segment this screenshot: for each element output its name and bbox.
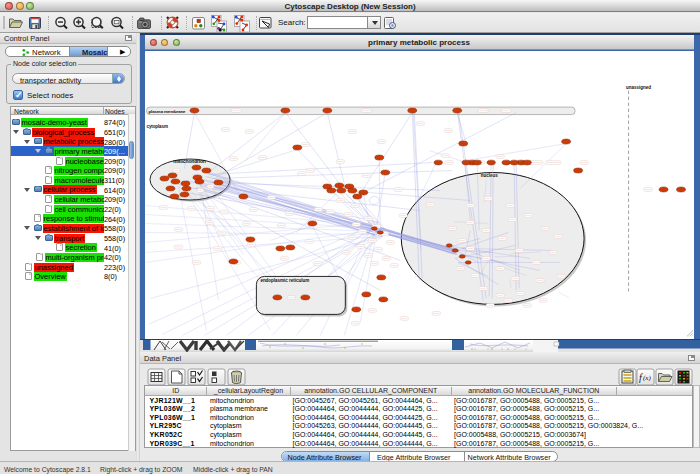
svg-text:(x): (x) [643, 374, 651, 382]
svg-text:endoplasmic reticulum: endoplasmic reticulum [260, 277, 309, 282]
svg-text:nucleus: nucleus [480, 172, 497, 177]
svg-text:cytoplasm: cytoplasm [146, 124, 167, 129]
svg-text:plasma membrane: plasma membrane [148, 108, 186, 113]
svg-text:mitochondrion: mitochondrion [173, 158, 205, 164]
svg-text:unassigned: unassigned [626, 84, 651, 89]
